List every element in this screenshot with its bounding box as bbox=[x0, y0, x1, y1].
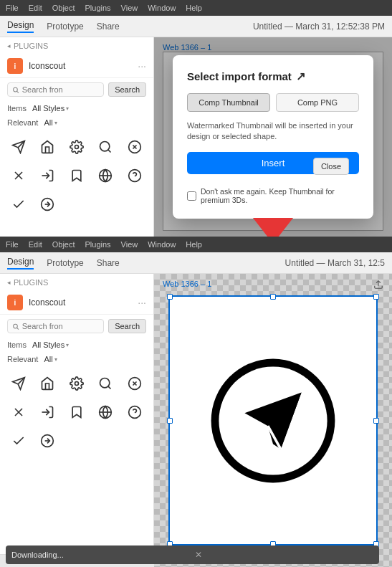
search-wrap-top[interactable] bbox=[7, 82, 104, 97]
modal-title-icon: ↗ bbox=[296, 70, 305, 83]
bottom-main-content: ◂ PLUGINS i Iconscout ··· Search Items bbox=[0, 274, 392, 567]
canvas-frame-bottom bbox=[168, 295, 378, 545]
icon-check-bottom[interactable] bbox=[6, 428, 32, 454]
download-toast: Downloading... ✕ bbox=[6, 545, 154, 564]
dont-ask-checkbox[interactable] bbox=[187, 191, 196, 201]
icon-globe-bottom[interactable] bbox=[92, 399, 118, 425]
search-icon-bottom bbox=[12, 323, 19, 330]
search-input-top[interactable] bbox=[22, 85, 99, 94]
modal-title: Select import format ↗ bbox=[187, 70, 359, 83]
plugin-more-top[interactable]: ··· bbox=[138, 60, 146, 72]
bottom-app-menubar: File Edit Object Plugins View Window Hel… bbox=[0, 237, 392, 252]
svg-point-24 bbox=[100, 378, 110, 388]
filter-row-relevant-top: Relevant All ▾ bbox=[0, 115, 153, 130]
search-input-bottom[interactable] bbox=[22, 322, 99, 330]
bottom-canvas: Web 1366 – 1 bbox=[154, 274, 392, 567]
icon-bookmark-top[interactable] bbox=[64, 163, 90, 189]
tab-prototype-top[interactable]: Prototype bbox=[47, 22, 83, 32]
bottom-menu-object[interactable]: Object bbox=[52, 240, 75, 249]
search-button-top[interactable]: Search bbox=[108, 82, 146, 97]
top-menu-edit[interactable]: Edit bbox=[29, 4, 42, 12]
relevant-label-top: Relevant bbox=[7, 118, 38, 127]
top-menu-window[interactable]: Window bbox=[148, 4, 176, 12]
icon-send-top[interactable] bbox=[6, 134, 32, 160]
tab-share-top[interactable]: Share bbox=[97, 22, 120, 32]
relevant-select-top[interactable]: All ▾ bbox=[44, 118, 57, 127]
top-sidebar: ◂ PLUGINS i Iconscout ··· Search Items bbox=[0, 37, 154, 237]
icon-home-top[interactable] bbox=[34, 134, 60, 160]
icon-home-bottom[interactable] bbox=[34, 371, 60, 396]
icon-x-bottom[interactable] bbox=[6, 399, 32, 425]
items-chevron-bottom: ▾ bbox=[66, 342, 69, 348]
download-toast-text: Downloading... bbox=[11, 551, 154, 559]
items-select-bottom[interactable]: All Styles ▾ bbox=[32, 340, 69, 349]
plugins-header-top: ◂ PLUGINS bbox=[0, 37, 153, 54]
top-half: File Edit Object Plugins View Window Hel… bbox=[0, 0, 392, 237]
tab-design-top[interactable]: Design bbox=[7, 20, 34, 33]
items-chevron-top: ▾ bbox=[66, 105, 69, 112]
bottom-menu-edit[interactable]: Edit bbox=[29, 240, 42, 249]
icon-globe-top[interactable] bbox=[92, 163, 118, 189]
plugins-arrow-bottom[interactable]: ◂ bbox=[7, 279, 11, 286]
icon-send-bottom[interactable] bbox=[6, 371, 32, 396]
bottom-half: File Edit Object Plugins View Window Hel… bbox=[0, 237, 392, 567]
modal-close-button[interactable]: Close bbox=[313, 158, 349, 175]
top-menu-plugins[interactable]: Plugins bbox=[85, 4, 111, 12]
bottom-tabbar: Design Prototype Share Untitled — March … bbox=[0, 252, 392, 274]
modal-tab-comp-thumbnail[interactable]: Comp Thumbnail bbox=[187, 93, 270, 112]
modal-format-tabs: Comp Thumbnail Comp PNG bbox=[187, 93, 359, 112]
icon-close-circle-bottom[interactable] bbox=[122, 371, 148, 396]
icon-x-top[interactable] bbox=[6, 163, 32, 189]
svg-point-0 bbox=[14, 87, 18, 92]
plugin-item-iconscout-top: i Iconscout ··· bbox=[0, 54, 153, 78]
icons-grid-top bbox=[0, 130, 153, 221]
top-menu-view[interactable]: View bbox=[121, 4, 138, 12]
import-format-modal: Select import format ↗ Comp Thumbnail Co… bbox=[173, 55, 373, 219]
top-menu-file[interactable]: File bbox=[6, 4, 19, 12]
icon-arrow-right-bottom[interactable] bbox=[34, 428, 60, 454]
bottom-menu-help[interactable]: Help bbox=[186, 240, 202, 249]
icon-help-top[interactable] bbox=[122, 163, 148, 189]
icon-arrow-right-top[interactable] bbox=[34, 191, 60, 217]
filter-row-items-bottom: Items All Styles ▾ bbox=[0, 338, 153, 352]
icon-login-bottom[interactable] bbox=[34, 399, 60, 425]
icon-close-circle-top[interactable] bbox=[122, 134, 148, 160]
items-select-top[interactable]: All Styles ▾ bbox=[32, 104, 69, 113]
tab-design-bottom[interactable]: Design bbox=[7, 257, 34, 270]
modal-tab-comp-png[interactable]: Comp PNG bbox=[276, 93, 359, 112]
handle-mr[interactable] bbox=[373, 418, 379, 424]
icon-bookmark-bottom[interactable] bbox=[64, 399, 90, 425]
top-menu-help[interactable]: Help bbox=[186, 4, 202, 12]
top-canvas: Web 1366 – 1 Select import format ↗ Comp… bbox=[154, 37, 392, 237]
icon-help-bottom[interactable] bbox=[122, 399, 148, 425]
search-wrap-bottom[interactable] bbox=[7, 319, 104, 333]
iconscout-icon-top: i bbox=[7, 58, 23, 74]
upload-icon[interactable] bbox=[373, 280, 383, 292]
handle-tc[interactable] bbox=[270, 294, 276, 300]
plugins-arrow-top[interactable]: ◂ bbox=[7, 42, 11, 49]
bottom-menu-view[interactable]: View bbox=[121, 240, 138, 249]
icon-search-top[interactable] bbox=[92, 134, 118, 160]
bottom-menu-plugins[interactable]: Plugins bbox=[85, 240, 111, 249]
tab-prototype-bottom[interactable]: Prototype bbox=[47, 258, 83, 268]
bottom-menu-window[interactable]: Window bbox=[148, 240, 176, 249]
search-button-bottom[interactable]: Search bbox=[108, 319, 146, 333]
icon-settings-bottom[interactable] bbox=[64, 371, 90, 396]
top-menu-object[interactable]: Object bbox=[52, 4, 75, 12]
tab-share-bottom[interactable]: Share bbox=[97, 258, 120, 268]
bottom-menu-file[interactable]: File bbox=[6, 240, 19, 249]
icon-login-top[interactable] bbox=[34, 163, 60, 189]
handle-tl[interactable] bbox=[167, 294, 173, 300]
icon-search-bottom[interactable] bbox=[92, 371, 118, 396]
top-tabbar: Design Prototype Share Untitled — March … bbox=[0, 16, 392, 37]
handle-ml[interactable] bbox=[167, 418, 173, 424]
relevant-select-bottom[interactable]: All ▾ bbox=[44, 355, 57, 363]
icon-check-top[interactable] bbox=[6, 191, 32, 217]
svg-line-6 bbox=[108, 150, 111, 153]
plugin-more-bottom[interactable]: ··· bbox=[138, 297, 146, 308]
plugins-label-top: PLUGINS bbox=[14, 42, 48, 50]
handle-tr[interactable] bbox=[373, 294, 379, 300]
icon-settings-top[interactable] bbox=[64, 134, 90, 160]
svg-line-25 bbox=[108, 386, 111, 389]
svg-point-23 bbox=[75, 382, 78, 386]
